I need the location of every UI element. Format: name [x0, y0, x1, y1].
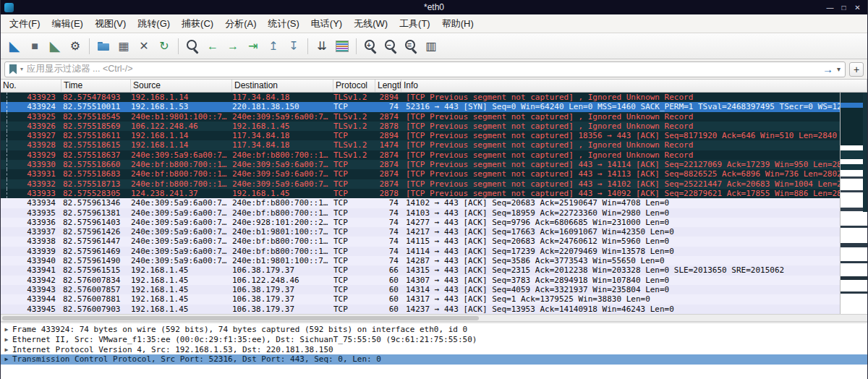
packet-row-433932[interactable]: 43393282.575518713240e:bf:b800:700::1…24…	[1, 179, 867, 189]
expander-icon[interactable]: ▶	[1, 354, 12, 365]
time-cell: 82.575961469	[61, 247, 131, 256]
expander-icon[interactable]: ▶	[1, 345, 12, 355]
packet-row-433934[interactable]: 43393482.575961346240e:309:5a9:6a00:7…24…	[1, 198, 867, 208]
packet-row-433933[interactable]: 43393382.575528305124.238.241.37192.168.…	[1, 189, 867, 198]
no-cell: 433926	[1, 122, 61, 131]
packet-row-433929[interactable]: 43392982.575518637240e:309:5a9:6a00:7…24…	[1, 150, 867, 160]
menu-item-5[interactable]: 捕获(C)	[176, 15, 219, 33]
menu-item-1[interactable]: 文件(F)	[4, 15, 46, 33]
destination-cell: 106.38.179.37	[232, 305, 333, 314]
packet-row-433944[interactable]: 43394482.576007881192.168.1.45106.38.179…	[1, 294, 867, 304]
packet-list-scrollbar[interactable]	[840, 93, 867, 314]
zoom-out-icon[interactable]: −	[381, 37, 400, 56]
source-cell: 240e:bf:b800:700::1…	[131, 160, 232, 169]
save-file-icon[interactable]: ▦	[114, 37, 133, 56]
last-packet-icon[interactable]: ↧	[284, 37, 303, 56]
minimize-button[interactable]: —	[823, 4, 837, 12]
packet-row-433924[interactable]: 43392482.575510011192.168.1.53220.181.38…	[1, 102, 867, 111]
packet-row-433930[interactable]: 43393082.575518660240e:bf:b800:700::1…24…	[1, 160, 867, 169]
zoom-in-icon[interactable]: +	[361, 37, 380, 56]
start-capture-icon[interactable]: ◣	[5, 37, 24, 56]
add-filter-button[interactable]: +	[849, 62, 864, 77]
column-header-info[interactable]: Info	[401, 80, 867, 92]
horizontal-scrollbar-thumb[interactable]	[2, 316, 479, 320]
length-cell: 2894	[375, 131, 401, 140]
forward-icon[interactable]: →	[224, 37, 242, 56]
column-header-destination[interactable]: Destination	[232, 80, 333, 92]
packet-row-433942[interactable]: 43394282.576007834192.168.1.45106.122.24…	[1, 276, 867, 285]
time-cell: 82.575961403	[61, 218, 131, 227]
menu-item-8[interactable]: 电话(Y)	[305, 15, 348, 33]
destination-cell: 240e:bf:b800:700::1…	[232, 247, 333, 256]
source-cell: 240e:309:5a9:6a00:7…	[131, 256, 232, 265]
menu-item-4[interactable]: 跳转(G)	[132, 15, 176, 33]
packet-row-433928[interactable]: 43392882.575518615192.168.1.14117.34.84.…	[1, 140, 867, 150]
packet-row-433938[interactable]: 43393882.575961447240e:309:5a9:6a00:7…24…	[1, 237, 867, 246]
menu-item-3[interactable]: 视图(V)	[89, 15, 132, 33]
packet-row-433945[interactable]: 43394582.576007903192.168.1.45106.38.179…	[1, 305, 867, 314]
destination-cell: 240e:bf:b800:700::1…	[232, 198, 333, 208]
no-cell: 433930	[1, 160, 61, 169]
filter-bookmark-icon[interactable]	[9, 64, 17, 74]
packet-row-433940[interactable]: 43394082.575961490240e:309:5a9:6a00:7…24…	[1, 256, 867, 265]
packet-row-433941[interactable]: 43394182.575961515192.168.1.45106.38.179…	[1, 265, 867, 275]
first-packet-icon[interactable]: ↥	[264, 37, 283, 56]
apply-filter-icon[interactable]: →	[822, 63, 833, 75]
resize-columns-icon[interactable]: ▥	[422, 37, 441, 56]
packet-row-433926[interactable]: 43392682.575518569106.122.248.46192.168.…	[1, 122, 867, 131]
open-file-icon[interactable]	[94, 37, 113, 56]
menu-item-10[interactable]: 工具(T)	[393, 15, 436, 33]
time-cell: 82.575518683	[61, 169, 131, 179]
column-header-protocol[interactable]: Protocol	[333, 80, 375, 92]
expander-icon[interactable]: ▶	[1, 325, 12, 335]
column-header-no[interactable]: No.	[1, 80, 61, 92]
menu-item-2[interactable]: 编辑(E)	[46, 15, 89, 33]
detail-row-4[interactable]: ▶Transmission Control Protocol, Src Port…	[1, 354, 867, 365]
filter-bookmark-caret-icon[interactable]: ▾	[20, 66, 23, 72]
restart-capture-icon[interactable]: ◣	[46, 37, 64, 56]
expander-icon[interactable]: ▶	[1, 335, 12, 345]
packet-row-433939[interactable]: 43393982.575961469240e:309:5a9:6a00:7…24…	[1, 247, 867, 256]
source-cell: 124.238.241.37	[131, 189, 232, 198]
protocol-cell: TCP	[333, 294, 375, 304]
packet-row-433927[interactable]: 43392782.575518611192.168.1.14117.34.84.…	[1, 131, 867, 140]
menu-item-11[interactable]: 帮助(H)	[436, 15, 480, 33]
maximize-button[interactable]: □	[837, 4, 851, 12]
detail-row-1[interactable]: ▶Frame 433924: 74 bytes on wire (592 bit…	[1, 325, 867, 335]
menu-item-7[interactable]: 统计(S)	[262, 15, 305, 33]
column-header-length[interactable]: Length	[375, 80, 401, 92]
menu-item-6[interactable]: 分析(A)	[219, 15, 262, 33]
find-packet-icon[interactable]	[183, 37, 202, 56]
packet-row-433931[interactable]: 43393182.575518683240e:bf:b800:700::1…24…	[1, 169, 867, 179]
packet-row-433943[interactable]: 43394382.576007857192.168.1.45106.38.179…	[1, 285, 867, 294]
detail-row-2[interactable]: ▶Ethernet II, Src: VMware_f1:35:ee (00:0…	[1, 335, 867, 345]
packet-row-433936[interactable]: 43393682.575961403240e:309:5a9:6a00:7…24…	[1, 218, 867, 227]
info-cell: 14217 → 443 [ACK] Seq=17663 Ack=16091067…	[401, 227, 867, 237]
column-header-source[interactable]: Source	[131, 80, 232, 92]
packet-row-433925[interactable]: 43392582.575518545240e:b1:9801:100::7…24…	[1, 112, 867, 122]
close-file-icon[interactable]: ✕	[135, 37, 153, 56]
packet-row-433935[interactable]: 43393582.575961381240e:309:5a9:6a00:7…24…	[1, 208, 867, 218]
no-cell: 433938	[1, 237, 61, 246]
stop-capture-icon[interactable]: ■	[25, 37, 44, 56]
close-button[interactable]: ✕	[851, 4, 864, 12]
column-header-time[interactable]: Time	[61, 80, 131, 92]
packet-row-433937[interactable]: 43393782.575961426240e:309:5a9:6a00:7…24…	[1, 227, 867, 237]
info-cell: [TCP Previous segment not captured] 443 …	[401, 160, 867, 169]
goto-packet-icon[interactable]: ⇥	[244, 37, 263, 56]
colorize-icon[interactable]	[333, 37, 352, 56]
time-cell: 82.576007903	[61, 305, 131, 314]
capture-options-icon[interactable]: ⚙	[66, 37, 85, 56]
reload-icon[interactable]: ↻	[155, 37, 174, 56]
menu-item-9[interactable]: 无线(W)	[348, 15, 393, 33]
detail-row-3[interactable]: ▶Internet Protocol Version 4, Src: 192.1…	[1, 345, 867, 355]
display-filter-input[interactable]: ▾ 应用显示过滤器 ... <Ctrl-/> → ▾	[4, 61, 846, 77]
filter-dropdown-caret-icon[interactable]: ▾	[837, 65, 841, 73]
no-cell: 433935	[1, 208, 61, 218]
no-cell: 433923	[1, 93, 61, 102]
horizontal-scrollbar[interactable]	[1, 314, 867, 321]
zoom-original-icon[interactable]: =	[401, 37, 420, 56]
packet-row-433923[interactable]: 43392382.575478493192.168.1.14117.34.84.…	[1, 93, 867, 102]
back-icon[interactable]: ←	[203, 37, 222, 56]
autoscroll-icon[interactable]: ⇊	[312, 37, 331, 56]
